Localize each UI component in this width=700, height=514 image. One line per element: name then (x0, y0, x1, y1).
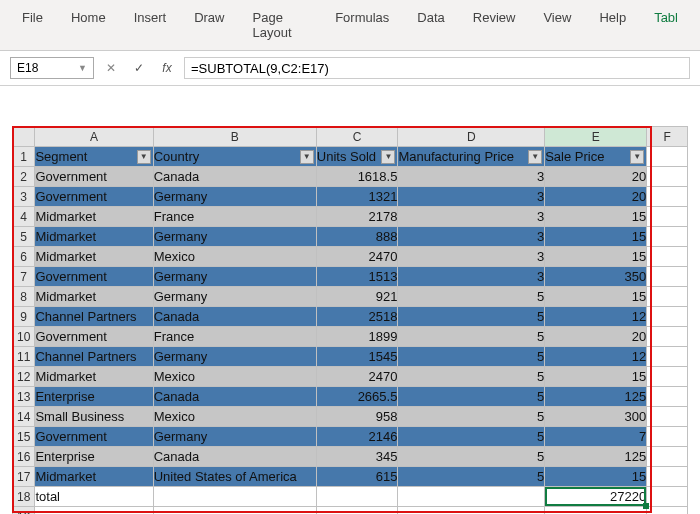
data-cell[interactable]: 350 (545, 267, 647, 287)
row-header-13[interactable]: 13 (13, 387, 35, 407)
ribbon-tab-view[interactable]: View (529, 4, 585, 46)
header-cell-country[interactable]: Country▼ (153, 147, 316, 167)
data-cell[interactable]: 12 (545, 307, 647, 327)
cell-F3[interactable] (647, 187, 688, 207)
cell[interactable] (545, 507, 647, 515)
data-cell[interactable]: Germany (153, 427, 316, 447)
data-cell[interactable]: 3 (398, 227, 545, 247)
data-cell[interactable]: 3 (398, 207, 545, 227)
cell-F10[interactable] (647, 327, 688, 347)
col-header-C[interactable]: C (316, 127, 398, 147)
col-header-F[interactable]: F (647, 127, 688, 147)
ribbon-tab-formulas[interactable]: Formulas (321, 4, 403, 46)
filter-icon[interactable]: ▼ (381, 150, 395, 164)
cell-F5[interactable] (647, 227, 688, 247)
data-cell[interactable]: Midmarket (35, 287, 153, 307)
data-cell[interactable]: 5 (398, 447, 545, 467)
selection-handle[interactable] (643, 503, 649, 509)
row-header-19[interactable]: 19 (13, 507, 35, 515)
data-cell[interactable]: 5 (398, 467, 545, 487)
filter-icon[interactable]: ▼ (630, 150, 644, 164)
row-header-8[interactable]: 8 (13, 287, 35, 307)
data-cell[interactable]: 1899 (316, 327, 398, 347)
data-cell[interactable]: 5 (398, 407, 545, 427)
row-header-14[interactable]: 14 (13, 407, 35, 427)
data-cell[interactable]: Canada (153, 387, 316, 407)
cell-F13[interactable] (647, 387, 688, 407)
data-cell[interactable]: 15 (545, 247, 647, 267)
data-cell[interactable]: Enterprise (35, 387, 153, 407)
data-cell[interactable]: Canada (153, 167, 316, 187)
data-cell[interactable]: 15 (545, 287, 647, 307)
col-header-B[interactable]: B (153, 127, 316, 147)
row-header-10[interactable]: 10 (13, 327, 35, 347)
row-header-15[interactable]: 15 (13, 427, 35, 447)
total-label-cell[interactable]: total (35, 487, 153, 507)
data-cell[interactable]: 615 (316, 467, 398, 487)
spreadsheet-grid[interactable]: ABCDEF1Segment▼Country▼Units Sold▼Manufa… (12, 126, 688, 514)
row-header-17[interactable]: 17 (13, 467, 35, 487)
data-cell[interactable]: Germany (153, 347, 316, 367)
row-header-18[interactable]: 18 (13, 487, 35, 507)
ribbon-tab-file[interactable]: File (8, 4, 57, 46)
row-header-2[interactable]: 2 (13, 167, 35, 187)
ribbon-tab-review[interactable]: Review (459, 4, 530, 46)
ribbon-tab-home[interactable]: Home (57, 4, 120, 46)
data-cell[interactable]: 3 (398, 247, 545, 267)
data-cell[interactable]: France (153, 207, 316, 227)
ribbon-tab-help[interactable]: Help (585, 4, 640, 46)
data-cell[interactable]: Germany (153, 287, 316, 307)
cell-F16[interactable] (647, 447, 688, 467)
row-header-3[interactable]: 3 (13, 187, 35, 207)
data-cell[interactable]: Germany (153, 187, 316, 207)
cell-F15[interactable] (647, 427, 688, 447)
data-cell[interactable]: 5 (398, 287, 545, 307)
cancel-icon[interactable]: ✕ (100, 57, 122, 79)
data-cell[interactable]: 2665.5 (316, 387, 398, 407)
cell-F7[interactable] (647, 267, 688, 287)
data-cell[interactable]: 2470 (316, 247, 398, 267)
data-cell[interactable]: United States of America (153, 467, 316, 487)
cell-F9[interactable] (647, 307, 688, 327)
data-cell[interactable]: Government (35, 187, 153, 207)
filter-icon[interactable]: ▼ (137, 150, 151, 164)
data-cell[interactable]: 921 (316, 287, 398, 307)
data-cell[interactable]: 1545 (316, 347, 398, 367)
data-cell[interactable]: Channel Partners (35, 347, 153, 367)
cell-F14[interactable] (647, 407, 688, 427)
header-cell-manufacturing-price[interactable]: Manufacturing Price▼ (398, 147, 545, 167)
data-cell[interactable]: Midmarket (35, 227, 153, 247)
data-cell[interactable]: 5 (398, 307, 545, 327)
cell[interactable] (316, 507, 398, 515)
data-cell[interactable]: Government (35, 427, 153, 447)
data-cell[interactable]: 1618.5 (316, 167, 398, 187)
data-cell[interactable]: 5 (398, 427, 545, 447)
row-header-1[interactable]: 1 (13, 147, 35, 167)
data-cell[interactable]: Enterprise (35, 447, 153, 467)
cell-F1[interactable] (647, 147, 688, 167)
data-cell[interactable]: Midmarket (35, 207, 153, 227)
row-header-4[interactable]: 4 (13, 207, 35, 227)
col-header-E[interactable]: E (545, 127, 647, 147)
data-cell[interactable]: 958 (316, 407, 398, 427)
data-cell[interactable]: Mexico (153, 367, 316, 387)
data-cell[interactable]: Mexico (153, 247, 316, 267)
ribbon-tab-insert[interactable]: Insert (120, 4, 181, 46)
cell-F2[interactable] (647, 167, 688, 187)
data-cell[interactable]: 125 (545, 387, 647, 407)
cell[interactable] (316, 487, 398, 507)
data-cell[interactable]: 1513 (316, 267, 398, 287)
data-cell[interactable]: 5 (398, 367, 545, 387)
data-cell[interactable]: Germany (153, 227, 316, 247)
chevron-down-icon[interactable]: ▼ (78, 63, 87, 73)
header-cell-segment[interactable]: Segment▼ (35, 147, 153, 167)
cell-F8[interactable] (647, 287, 688, 307)
data-cell[interactable]: 5 (398, 347, 545, 367)
data-cell[interactable]: Mexico (153, 407, 316, 427)
row-header-12[interactable]: 12 (13, 367, 35, 387)
data-cell[interactable]: 15 (545, 207, 647, 227)
corner-cell[interactable] (13, 127, 35, 147)
data-cell[interactable]: 15 (545, 367, 647, 387)
confirm-icon[interactable]: ✓ (128, 57, 150, 79)
cell[interactable] (647, 507, 688, 515)
